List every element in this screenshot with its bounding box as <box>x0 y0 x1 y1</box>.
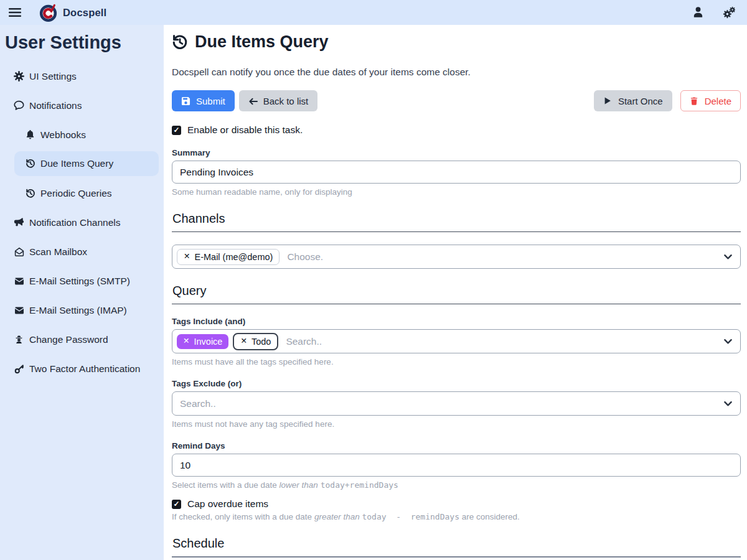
sidebar-item-ui-settings[interactable]: UI Settings <box>4 62 164 91</box>
query-heading: Query <box>172 284 741 304</box>
sidebar-item-due-items-query[interactable]: Due Items Query <box>14 151 159 176</box>
key-icon <box>14 363 24 374</box>
tags-include-label: Tags Include (and) <box>172 317 741 326</box>
tags-exclude-help: Items must not have any tag specified he… <box>172 419 741 429</box>
channels-placeholder: Choose. <box>287 251 323 263</box>
submit-button[interactable]: Submit <box>172 90 235 111</box>
tag-chip-todo: ✕ Todo <box>233 333 278 350</box>
user-icon[interactable] <box>692 6 705 19</box>
bullhorn-icon <box>14 217 24 228</box>
enable-task-checkbox[interactable] <box>172 126 181 135</box>
cap-overdue-checkbox[interactable] <box>172 500 181 509</box>
toolbar: Submit Back to list Start Once <box>172 90 741 111</box>
remind-days-help: Select items with a due date lower than … <box>172 480 741 490</box>
sidebar-item-email-smtp[interactable]: E-Mail Settings (SMTP) <box>4 266 164 296</box>
schedule-heading: Schedule <box>172 536 741 558</box>
summary-help: Some human readable name, only for displ… <box>172 187 741 197</box>
tags-exclude-select[interactable]: Search.. <box>172 391 741 416</box>
save-icon <box>181 96 190 106</box>
sidebar-item-label: Change Password <box>29 334 108 345</box>
sidebar-item-label: E-Mail Settings (IMAP) <box>29 305 127 316</box>
sidebar-item-webhooks[interactable]: Webhooks <box>4 120 164 149</box>
tags-include-select[interactable]: ✕ Invoice ✕ Todo Search.. <box>172 329 741 353</box>
summary-input[interactable] <box>172 161 741 184</box>
sidebar-item-notification-channels[interactable]: Notification Channels <box>4 208 164 237</box>
sidebar-item-scan-mailbox[interactable]: Scan Mailbox <box>4 237 164 266</box>
tags-exclude-label: Tags Exclude (or) <box>172 379 741 388</box>
remove-chip-icon[interactable]: ✕ <box>184 253 190 261</box>
chevron-down-icon <box>724 254 732 259</box>
delete-button[interactable]: Delete <box>680 90 741 111</box>
sidebar-item-label: Due Items Query <box>40 158 113 169</box>
sidebar-item-label: UI Settings <box>29 71 77 82</box>
sidebar-item-label: Notifications <box>29 100 82 111</box>
enable-task-label: Enable or disable this task. <box>187 124 303 136</box>
cap-overdue-help: If checked, only items with a due date g… <box>172 512 741 521</box>
remove-chip-icon[interactable]: ✕ <box>183 337 189 345</box>
sidebar-item-label: E-Mail Settings (SMTP) <box>29 276 130 287</box>
remove-chip-icon[interactable]: ✕ <box>240 337 247 345</box>
tags-include-placeholder: Search.. <box>286 336 322 347</box>
enable-task-row: Enable or disable this task. <box>172 124 741 136</box>
page-title-text: Due Items Query <box>195 32 329 52</box>
page-description: Docspell can notify you once the due dat… <box>172 67 741 78</box>
channels-heading: Channels <box>172 212 741 232</box>
tag-chip-invoice: ✕ Invoice <box>177 334 228 349</box>
channels-select[interactable]: ✕ E-Mail (me@demo) Choose. <box>172 245 741 269</box>
sidebar-item-label: Periodic Queries <box>40 188 112 199</box>
trash-icon <box>690 96 699 106</box>
sidebar-item-email-imap[interactable]: E-Mail Settings (IMAP) <box>4 296 164 325</box>
tags-include-help: Items must have all the tags specified h… <box>172 357 741 366</box>
docspell-logo-icon[interactable] <box>39 4 57 22</box>
sidebar-item-periodic-queries[interactable]: Periodic Queries <box>4 179 164 208</box>
sidebar-item-label: Two Factor Authentication <box>29 363 140 375</box>
channel-chip: ✕ E-Mail (me@demo) <box>177 249 280 265</box>
start-once-button[interactable]: Start Once <box>594 90 672 111</box>
envelope-icon <box>14 305 24 315</box>
page-title: Due Items Query <box>172 32 741 52</box>
sidebar-item-label: Scan Mailbox <box>29 246 87 258</box>
menu-icon[interactable] <box>9 7 22 18</box>
sidebar-item-label: Notification Channels <box>29 217 120 228</box>
comment-icon <box>14 100 24 111</box>
gear-icon <box>14 71 24 82</box>
sidebar-item-change-password[interactable]: Change Password <box>4 325 164 354</box>
cap-overdue-row: Cap overdue items <box>172 498 741 510</box>
remind-days-label: Remind Days <box>172 441 741 450</box>
remind-days-input[interactable] <box>172 454 741 477</box>
envelope-open-icon <box>14 246 24 257</box>
main-content: Due Items Query Docspell can notify you … <box>164 25 747 560</box>
history-icon <box>25 188 35 198</box>
sidebar-title: User Settings <box>5 32 164 53</box>
app-title[interactable]: Docspell <box>63 7 106 19</box>
chevron-down-icon <box>724 401 732 406</box>
user-secret-icon <box>14 334 24 345</box>
summary-label: Summary <box>172 148 741 157</box>
sidebar: User Settings UI Settings Notifications … <box>0 25 164 560</box>
history-icon <box>172 34 188 50</box>
bell-icon <box>25 129 35 140</box>
arrow-left-icon <box>248 96 258 106</box>
sidebar-item-notifications[interactable]: Notifications <box>4 91 164 120</box>
settings-cogs-icon[interactable] <box>722 6 735 19</box>
sidebar-item-two-factor[interactable]: Two Factor Authentication <box>4 354 164 383</box>
cap-overdue-label: Cap overdue items <box>187 498 268 510</box>
tags-exclude-placeholder: Search.. <box>180 398 216 409</box>
envelope-icon <box>14 276 24 286</box>
back-to-list-button[interactable]: Back to list <box>239 90 318 111</box>
chevron-down-icon <box>724 338 732 344</box>
top-navbar: Docspell <box>0 0 747 25</box>
sidebar-item-label: Webhooks <box>40 129 86 141</box>
play-icon <box>603 96 613 106</box>
history-icon <box>25 159 35 169</box>
